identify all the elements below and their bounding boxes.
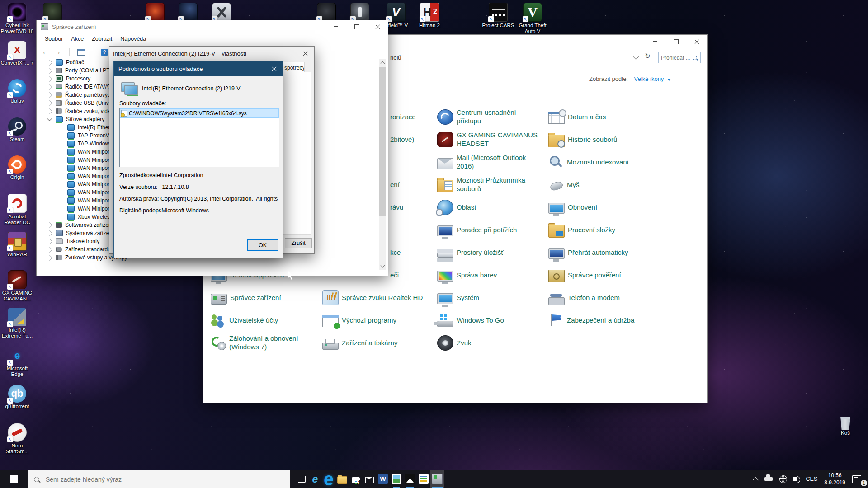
taskbar-app-button[interactable] — [430, 470, 444, 488]
action-center-icon[interactable]: 1 — [849, 470, 868, 488]
taskbar-app-button[interactable]: e — [308, 470, 322, 488]
control-panel-item[interactable]: Zařízení a tiskárny — [322, 334, 434, 352]
menu-item[interactable]: Zobrazit — [88, 34, 116, 44]
toolbar-button[interactable]: ← — [40, 47, 51, 57]
cancel-button[interactable]: Zrušit — [285, 238, 312, 248]
search-input[interactable] — [659, 54, 692, 61]
desktop-shortcut[interactable]: e Microsoft Edge — [0, 346, 34, 384]
expand-chevron-icon[interactable] — [47, 68, 52, 74]
expand-chevron-icon[interactable] — [47, 60, 52, 66]
menu-item[interactable]: Soubor — [41, 34, 67, 44]
expand-chevron-icon[interactable] — [47, 76, 52, 82]
tray-chevron-up-icon[interactable] — [750, 470, 761, 488]
taskbar-app-button[interactable] — [295, 470, 308, 488]
driver-file-row-selected[interactable]: C:\WINDOWS\system32\DRIVERS\e1i65x64.sys — [120, 108, 279, 118]
control-panel-item[interactable]: Mail (Microsoft Outlook 2016) — [437, 153, 540, 171]
toolbar-button[interactable]: ? — [99, 47, 110, 57]
driver-files-listbox[interactable]: C:\WINDOWS\system32\DRIVERS\e1i65x64.sys — [119, 108, 279, 167]
control-panel-item[interactable]: Uživatelské účty — [211, 311, 313, 329]
scroll-up-icon[interactable] — [379, 59, 386, 66]
menu-item[interactable]: Nápověda — [116, 34, 150, 44]
control-panel-item[interactable]: Oblast — [437, 198, 540, 216]
clock[interactable]: 10:56 8.9.2019 — [821, 470, 849, 488]
tab-power-management[interactable]: spotřeby — [283, 62, 305, 73]
start-button[interactable] — [0, 470, 28, 488]
control-panel-item[interactable]: Historie souborů — [548, 131, 665, 149]
control-panel-item[interactable]: Datum a čas — [548, 108, 665, 126]
control-panel-item[interactable]: Zálohování a obnovení (Windows 7) — [211, 334, 313, 352]
control-panel-item[interactable]: Pracovní složky — [548, 221, 665, 239]
onedrive-icon[interactable] — [761, 470, 776, 488]
close-button[interactable] — [367, 20, 388, 33]
control-panel-item[interactable]: Poradce při potížích — [437, 221, 540, 239]
control-panel-item[interactable]: Prostory úložišť — [437, 244, 540, 262]
desktop-shortcut[interactable]: CyberLink PowerDVD 18 — [0, 2, 34, 40]
ok-button[interactable]: OK — [247, 239, 278, 251]
control-panel-item[interactable]: Zabezpečení a údržba — [548, 311, 664, 329]
control-panel-item[interactable]: Možnosti indexování — [548, 153, 664, 171]
control-panel-item[interactable]: Výchozí programy — [322, 311, 434, 329]
toolbar-button[interactable]: → — [52, 47, 63, 57]
control-panel-item[interactable]: Obnovení — [548, 198, 665, 216]
desktop-shortcut[interactable]: Steam — [0, 117, 34, 155]
control-panel-item[interactable]: Přehrát automaticky — [548, 244, 665, 262]
desktop-shortcut[interactable]: Project CARS — [481, 2, 515, 28]
desktop-shortcut[interactable]: Uplay — [0, 78, 34, 117]
taskbar-app-button[interactable] — [417, 470, 430, 488]
desktop-shortcut[interactable]: GX GAMING CAVIMAN... — [0, 269, 34, 308]
volume-icon[interactable] — [790, 470, 803, 488]
control-panel-item[interactable]: Myš — [548, 176, 664, 194]
expand-chevron-icon[interactable] — [47, 247, 52, 253]
taskbar-search[interactable] — [28, 470, 290, 488]
taskbar-app-button[interactable]: W — [376, 470, 390, 488]
desktop-shortcut[interactable]: H 2 Hitman 2 — [412, 2, 447, 28]
desktop-shortcut[interactable]: Origin — [0, 155, 34, 193]
maximize-button[interactable] — [665, 35, 686, 48]
control-panel-item[interactable]: Telefon a modem — [548, 289, 665, 307]
taskbar-app-button[interactable] — [390, 470, 403, 488]
view-by-value[interactable]: Velké ikony — [634, 75, 664, 82]
close-button[interactable] — [686, 35, 707, 48]
control-panel-item[interactable]: Správce zvuku Realtek HD — [322, 289, 434, 307]
control-panel-item[interactable]: Správa barev — [437, 266, 540, 284]
taskbar-app-button[interactable] — [335, 470, 349, 488]
desktop-shortcut[interactable]: Acrobat Reader DC — [0, 193, 34, 231]
expand-chevron-icon[interactable] — [47, 230, 52, 236]
toolbar-button[interactable] — [87, 47, 98, 57]
desktop-shortcut[interactable]: X ConvertXT... 7 — [0, 40, 34, 79]
control-panel-item[interactable]: Správce zařízení — [211, 289, 314, 307]
control-panel-item[interactable]: Windows To Go — [437, 311, 540, 329]
scrollbar-thumb[interactable] — [379, 67, 386, 216]
expand-chevron-icon[interactable] — [47, 239, 52, 244]
scroll-down-icon[interactable] — [379, 263, 386, 270]
minimize-button[interactable] — [326, 20, 346, 33]
expand-chevron-icon[interactable] — [47, 222, 52, 228]
desktop-shortcut[interactable]: Nero StartSm... — [0, 422, 34, 460]
expand-chevron-icon[interactable] — [47, 84, 52, 90]
desktop-shortcut[interactable]: qb qBittorrent — [0, 384, 34, 422]
control-panel-item[interactable]: Centrum usnadnění přístupu — [437, 108, 540, 126]
chevron-down-icon[interactable] — [633, 54, 639, 60]
network-icon[interactable] — [776, 470, 790, 488]
menu-item[interactable]: Akce — [67, 34, 88, 44]
desktop-shortcut[interactable]: V Grand Theft Auto V — [515, 2, 550, 34]
expand-chevron-icon[interactable] — [47, 115, 52, 121]
taskbar-app-button[interactable] — [403, 470, 417, 488]
control-panel-item[interactable]: Zvuk — [437, 334, 540, 352]
control-panel-item[interactable]: Systém — [437, 289, 540, 307]
toolbar-button[interactable] — [64, 47, 75, 57]
chevron-down-icon[interactable] — [667, 79, 671, 81]
expand-chevron-icon[interactable] — [47, 100, 52, 106]
control-panel-item[interactable]: GX GAMING CAVIMANUS HEADSET — [437, 131, 540, 149]
desktop-shortcut[interactable]: Intel(R) Extreme Tu... — [0, 307, 34, 346]
taskbar-search-input[interactable] — [45, 475, 264, 483]
language-indicator[interactable]: CES — [803, 470, 821, 488]
expand-chevron-icon[interactable] — [47, 108, 52, 114]
minimize-button[interactable] — [645, 35, 665, 48]
desktop-shortcut[interactable]: WinRAR — [0, 231, 34, 269]
scrollbar[interactable] — [379, 59, 386, 270]
refresh-icon[interactable]: ↻ — [645, 52, 651, 60]
control-panel-item[interactable]: Správce pověření — [548, 266, 665, 284]
control-panel-searchbox[interactable] — [658, 52, 701, 63]
close-button[interactable] — [265, 61, 283, 76]
